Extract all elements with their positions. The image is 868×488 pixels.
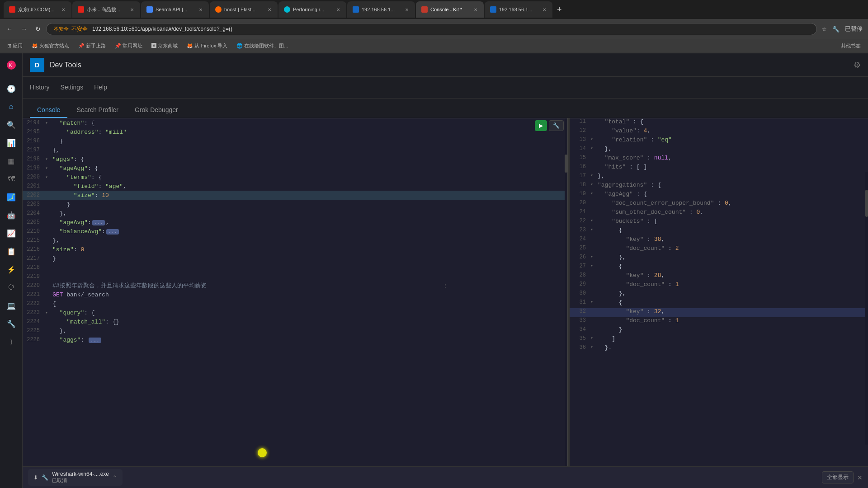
- tab-close[interactable]: ✕: [267, 6, 272, 13]
- tab-close[interactable]: ✕: [129, 6, 135, 13]
- sidebar-icon-expand[interactable]: ⟩: [3, 333, 19, 350]
- bookmark-apps[interactable]: ⊞ 应用: [4, 42, 26, 50]
- tab-close[interactable]: ✕: [61, 6, 66, 13]
- code-line: 2196 }: [23, 136, 567, 145]
- sidebar-icon-discover[interactable]: 🔍: [3, 117, 19, 133]
- tab-console[interactable]: Console: [30, 103, 67, 118]
- tab-ip2[interactable]: 192.168.56.1... ✕: [485, 1, 552, 18]
- bookmark-firefox[interactable]: 🦊 火狐官方站点: [28, 42, 73, 50]
- user-button[interactable]: 已暂停: [843, 23, 864, 35]
- refresh-button[interactable]: ↻: [33, 23, 43, 34]
- download-icon: ⬇: [33, 474, 38, 481]
- divider-dots: ⋮: [443, 283, 448, 288]
- download-chevron-icon[interactable]: ⌃: [113, 474, 117, 481]
- tab-search-profiler[interactable]: Search Profiler: [69, 103, 126, 118]
- sidebar-icon-infra[interactable]: 📈: [3, 225, 19, 241]
- bookmark-newbie[interactable]: 📌 新手上路: [75, 42, 109, 50]
- output-line: 30 },: [570, 290, 868, 299]
- tab-favicon: [490, 6, 496, 13]
- output-line: 22 ▾ "buckets" : [: [570, 218, 868, 227]
- tab-boost[interactable]: boost | Elasti... ✕: [210, 1, 278, 18]
- output-line: 28 "key" : 28,: [570, 272, 868, 281]
- address-bar[interactable]: 不安全 不安全 192.168.56.10:5601/app/kibana#/d…: [46, 23, 817, 35]
- code-line: 2210 "balanceAvg":...: [23, 227, 567, 236]
- forward-button[interactable]: →: [18, 23, 30, 34]
- sidebar-icon-dev[interactable]: 💻: [3, 297, 19, 314]
- tab-close[interactable]: ✕: [542, 6, 547, 13]
- bookmark-button[interactable]: ☆: [820, 24, 829, 34]
- scrollbar-thumb[interactable]: [565, 155, 567, 173]
- address-text: 192.168.56.10:5601/app/kibana#/dev_tools…: [92, 26, 232, 32]
- sidebar-icon-canvas[interactable]: 🗺: [3, 171, 19, 187]
- tab-ip1[interactable]: 192.168.56.1... ✕: [347, 1, 415, 18]
- editor-scrollbar[interactable]: [565, 118, 567, 466]
- tab-search-api[interactable]: Search API |... ✕: [141, 1, 209, 18]
- sidebar-icon-kibana[interactable]: K: [3, 57, 19, 73]
- sidebar-icon-maps[interactable]: 🗾: [3, 189, 19, 205]
- bookmark-jd[interactable]: 🅱 京东商城: [148, 42, 181, 50]
- tab-performing[interactable]: Performing r... ✕: [278, 1, 346, 18]
- tab-close[interactable]: ✕: [198, 6, 203, 13]
- sidebar-icon-uptime[interactable]: ⏱: [3, 279, 19, 296]
- back-button[interactable]: ←: [4, 23, 15, 34]
- tab-title: 京东(JD.COM)...: [18, 6, 58, 13]
- header-settings-button[interactable]: ⚙: [854, 60, 861, 70]
- code-line: 2223 ▾ "query": {: [23, 308, 567, 317]
- extension-button[interactable]: 🔧: [830, 24, 841, 34]
- app-logo: D: [30, 58, 44, 72]
- run-button[interactable]: ▶: [535, 120, 547, 131]
- tab-xiaomi[interactable]: 小米 - 商品搜... ✕: [72, 1, 140, 18]
- bookmark-import[interactable]: 🦊 从 Firefox 导入: [183, 42, 231, 50]
- bookmark-drawing[interactable]: 🌐 在线绘图软件、图...: [233, 42, 292, 50]
- output-line: 21 "sum_other_doc_count" : 0,: [570, 209, 868, 218]
- code-line: 2200 ▾ "terms": {: [23, 173, 567, 182]
- bookmark-common[interactable]: 📌 常用网址: [111, 42, 146, 50]
- sidebar-icon-ml[interactable]: 🤖: [3, 207, 19, 223]
- tab-console[interactable]: Console - Kit * ✕: [416, 1, 484, 18]
- tab-close[interactable]: ✕: [335, 6, 341, 13]
- nav-bar: ← → ↻ 不安全 不安全 192.168.56.10:5601/app/kib…: [0, 19, 868, 39]
- bookmark-others[interactable]: 其他书签: [837, 42, 864, 50]
- download-icon2: 🔧: [42, 474, 48, 481]
- wrench-button[interactable]: 🔧: [549, 120, 564, 131]
- address-warning-text: 不安全: [71, 25, 88, 33]
- sidebar-icon-stack[interactable]: 🔧: [3, 315, 19, 332]
- code-line: 2215 },: [23, 236, 567, 245]
- download-item[interactable]: ⬇ 🔧 Wireshark-win64-....exe 已取消 ⌃: [28, 469, 123, 486]
- code-line-highlighted: 2202 "size": 10: [23, 191, 567, 200]
- nav-settings[interactable]: Settings: [61, 82, 84, 94]
- nav-history[interactable]: History: [30, 82, 50, 94]
- sidebar-icon-clock[interactable]: 🕐: [3, 80, 19, 97]
- close-bottom-bar-button[interactable]: ✕: [857, 474, 863, 481]
- sidebar-icon-apm[interactable]: ⚡: [3, 261, 19, 277]
- output-line: 36 ▾ }.: [570, 344, 868, 353]
- output-scrollbar-thumb[interactable]: [865, 190, 868, 217]
- output-line: 33 "doc_count" : 1: [570, 317, 868, 326]
- sidebar-icon-logs[interactable]: 📋: [3, 243, 19, 259]
- tab-title: Performing r...: [293, 7, 333, 12]
- output-line: 25 "doc_count" : 2: [570, 245, 868, 254]
- code-editor[interactable]: 2194 ▾ "match": { 2195 "address": "mill"…: [23, 118, 567, 466]
- nav-help[interactable]: Help: [94, 82, 107, 94]
- sidebar-icon-visualize[interactable]: 📊: [3, 135, 19, 151]
- output-line: 23 ▾ {: [570, 227, 868, 236]
- code-line: 2219: [23, 272, 567, 281]
- tab-close[interactable]: ✕: [473, 6, 478, 13]
- tab-favicon: [421, 6, 428, 13]
- output-scrollbar[interactable]: [865, 172, 868, 445]
- tab-jd[interactable]: 京东(JD.COM)... ✕: [4, 1, 71, 18]
- show-all-button[interactable]: 全部显示: [822, 471, 854, 483]
- sidebar-icon-dashboard[interactable]: ▦: [3, 153, 19, 169]
- output-line: 35 ▾ ]: [570, 335, 868, 344]
- tab-close[interactable]: ✕: [404, 6, 410, 13]
- sidebar-icon-home[interactable]: ⌂: [3, 99, 19, 115]
- nav-actions: ☆ 🔧 已暂停: [820, 23, 864, 35]
- code-line: 2199 ▾ "ageAgg": {: [23, 164, 567, 173]
- tab-grok-debugger[interactable]: Grok Debugger: [127, 103, 185, 118]
- tab-title: Console - Kit *: [430, 7, 470, 12]
- new-tab-button[interactable]: +: [553, 5, 566, 14]
- output-line: 27 ▾ {: [570, 263, 868, 272]
- output-line: 34 }: [570, 326, 868, 335]
- code-line: 2205 "ageAvg":...,: [23, 218, 567, 227]
- output-area[interactable]: 11 "total" : { 12 "value": 4, 13 ▾ "rela…: [570, 118, 868, 466]
